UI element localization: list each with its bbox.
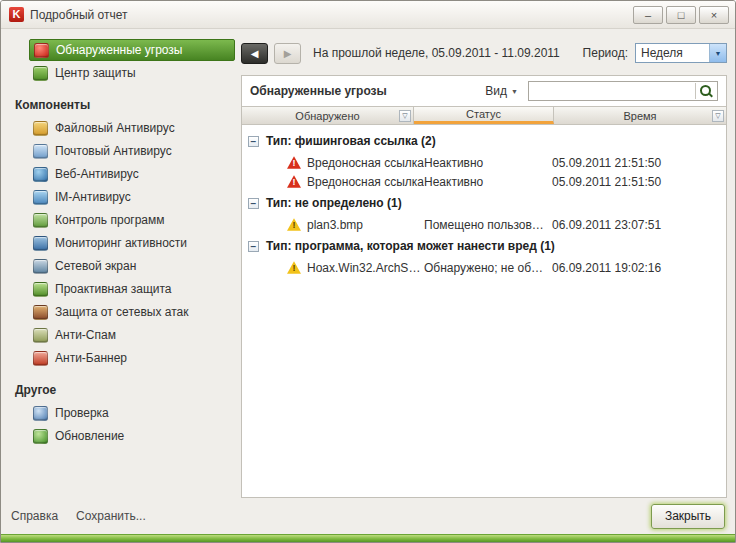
sidebar-item-web-antivirus[interactable]: Веб-Антивирус (29, 163, 235, 185)
mail-antivirus-icon (33, 144, 48, 159)
window-title: Подробный отчет (30, 8, 127, 22)
status-cell: Неактивно (424, 175, 552, 189)
date-range-text: На прошлой неделе, 05.09.2011 - 11.09.20… (313, 46, 560, 60)
sidebar-item-application-control[interactable]: Контроль программ (29, 209, 235, 231)
close-button[interactable]: Закрыть (651, 504, 725, 529)
save-link[interactable]: Сохранить... (76, 509, 146, 523)
search-input[interactable] (529, 83, 695, 99)
search-box (528, 81, 718, 101)
view-dropdown[interactable]: Вид ▼ (485, 84, 518, 98)
scan-icon (33, 406, 48, 421)
sidebar-item-protection-center[interactable]: Центр защиты (29, 62, 235, 84)
filter-row: Обнаруженные угрозы Вид ▼ (242, 76, 726, 106)
period-dropdown-arrow-icon: ▼ (709, 44, 726, 62)
sidebar-section-other: Другое (15, 383, 241, 397)
proactive-defense-icon (33, 282, 48, 297)
activity-monitor-icon (33, 236, 48, 251)
sidebar-item-detected-threats[interactable]: Обнаруженные угрозы (29, 39, 235, 61)
main-area: ◀ ▶ На прошлой неделе, 05.09.2011 - 11.0… (241, 37, 727, 498)
table-row[interactable]: plan3.bmp Помещено пользователем ... 06.… (242, 215, 726, 234)
sidebar-item-activity-monitor[interactable]: Мониторинг активности (29, 232, 235, 254)
sidebar-item-label: Мониторинг активности (55, 236, 187, 250)
detected-cell: Вредоносная ссылка (242, 175, 424, 189)
maximize-button[interactable]: □ (666, 6, 696, 24)
filter-icon[interactable]: ▽ (399, 110, 411, 122)
help-link[interactable]: Справка (11, 509, 58, 523)
minimize-button[interactable]: – (633, 6, 663, 24)
update-icon (33, 429, 48, 444)
back-button[interactable]: ◀ (241, 43, 268, 64)
window-controls: – □ × (630, 6, 729, 24)
table-row[interactable]: Вредоносная ссылка Неактивно 05.09.2011 … (242, 172, 726, 191)
table-body: − Тип: фишинговая ссылка (2) Вредоносная… (242, 125, 726, 497)
period-label: Период: (583, 46, 628, 60)
sidebar-item-anti-banner[interactable]: Анти-Баннер (29, 347, 235, 369)
search-icon[interactable] (699, 84, 714, 99)
sidebar-item-anti-spam[interactable]: Анти-Спам (29, 324, 235, 346)
period-value: Неделя (636, 46, 709, 60)
table-header: Обнаружено ▽ Статус Время ▽ (242, 106, 726, 125)
sidebar-item-im-antivirus[interactable]: IM-Антивирус (29, 186, 235, 208)
column-header-label: Статус (466, 108, 501, 120)
detected-cell: Вредоносная ссылка (242, 156, 424, 170)
sidebar-item-label: Обнаруженные угрозы (56, 43, 183, 57)
sidebar-item-network-attack-blocker[interactable]: Защита от сетевых атак (29, 301, 235, 323)
threat-name: Вредоносная ссылка (307, 156, 424, 170)
sidebar-item-label: Анти-Спам (55, 328, 116, 342)
sidebar-item-label: IM-Антивирус (55, 190, 131, 204)
period-nav-row: ◀ ▶ На прошлой неделе, 05.09.2011 - 11.0… (241, 37, 727, 69)
collapse-icon[interactable]: − (248, 198, 259, 209)
column-header-time[interactable]: Время ▽ (554, 107, 726, 124)
application-control-icon (33, 213, 48, 228)
window-body: Обнаруженные угрозы Центр защиты Компоне… (1, 29, 735, 498)
view-dropdown-arrow-icon: ▼ (511, 88, 518, 95)
table-row[interactable]: Вредоносная ссылка Неактивно 05.09.2011 … (242, 153, 726, 172)
sidebar-item-update[interactable]: Обновление (29, 425, 235, 447)
column-header-detected[interactable]: Обнаружено ▽ (242, 107, 414, 124)
sidebar-item-label: Файловый Антивирус (55, 121, 175, 135)
group-label: Тип: программа, которая может нанести вр… (266, 239, 555, 253)
yellow-warning-icon (287, 261, 301, 274)
search-separator (695, 83, 696, 99)
sidebar-item-scan[interactable]: Проверка (29, 402, 235, 424)
network-attack-icon (33, 305, 48, 320)
group-row-phishing[interactable]: − Тип: фишинговая ссылка (2) (242, 129, 726, 153)
footer-bar: Справка Сохранить... Закрыть (1, 498, 735, 534)
forward-button[interactable]: ▶ (274, 43, 301, 64)
sidebar-item-mail-antivirus[interactable]: Почтовый Антивирус (29, 140, 235, 162)
time-cell: 05.09.2011 21:51:50 (552, 175, 726, 189)
anti-spam-icon (33, 328, 48, 343)
sidebar-item-firewall[interactable]: Сетевой экран (29, 255, 235, 277)
group-label: Тип: фишинговая ссылка (2) (266, 134, 436, 148)
close-window-button[interactable]: × (699, 6, 729, 24)
group-row-undefined[interactable]: − Тип: не определено (1) (242, 191, 726, 215)
sidebar-item-label: Защита от сетевых атак (55, 305, 188, 319)
period-selector: Период: Неделя ▼ (583, 43, 727, 63)
table-row[interactable]: Hoax.Win32.ArchSM... Обнаружено; не обра… (242, 258, 726, 277)
title-bar: Подробный отчет – □ × (1, 1, 735, 29)
report-panel: Обнаруженные угрозы Вид ▼ Обнаружено ▽ (241, 75, 727, 498)
group-label: Тип: не определено (1) (266, 196, 402, 210)
period-dropdown[interactable]: Неделя ▼ (635, 43, 727, 63)
filter-icon[interactable]: ▽ (712, 110, 724, 122)
kaspersky-logo-icon (9, 7, 24, 22)
collapse-icon[interactable]: − (248, 241, 259, 252)
shield-icon (33, 66, 48, 81)
column-header-label: Обнаружено (295, 110, 359, 122)
status-cell: Помещено пользователем ... (424, 218, 552, 232)
firewall-icon (33, 259, 48, 274)
yellow-warning-icon (287, 218, 301, 231)
threats-icon (34, 43, 49, 58)
detected-cell: plan3.bmp (242, 218, 424, 232)
web-antivirus-icon (33, 167, 48, 182)
sidebar-item-label: Сетевой экран (55, 259, 136, 273)
sidebar-item-label: Проактивная защита (55, 282, 172, 296)
column-header-status[interactable]: Статус (414, 107, 554, 124)
sidebar-item-file-antivirus[interactable]: Файловый Антивирус (29, 117, 235, 139)
sidebar-item-proactive-defense[interactable]: Проактивная защита (29, 278, 235, 300)
detailed-report-window: Подробный отчет – □ × Обнаруженные угроз… (0, 0, 736, 543)
status-cell: Обнаружено; не обработано (424, 261, 552, 275)
collapse-icon[interactable]: − (248, 136, 259, 147)
threat-name: Вредоносная ссылка (307, 175, 424, 189)
group-row-riskware[interactable]: − Тип: программа, которая может нанести … (242, 234, 726, 258)
